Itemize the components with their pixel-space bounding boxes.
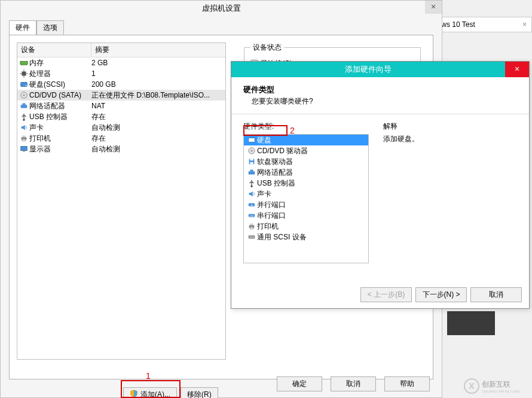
wizard-close-button[interactable]: × bbox=[505, 62, 529, 77]
svg-rect-36 bbox=[250, 224, 253, 226]
hardware-types-column: 硬件类型: 硬盘CD/DVD 驱动器软盘驱动器网络适配器USB 控制器声卡≡并行… bbox=[243, 121, 369, 263]
svg-rect-3 bbox=[26, 65, 27, 66]
wizard-header-subtitle: 您要安装哪类硬件? bbox=[252, 96, 517, 107]
svg-text:oIo: oIo bbox=[250, 214, 254, 217]
hardware-type-item[interactable]: 硬盘 bbox=[244, 135, 368, 145]
logo-mark-icon: X bbox=[464, 378, 479, 394]
svg-rect-2 bbox=[23, 65, 25, 66]
device-column-header[interactable]: 设备 bbox=[17, 43, 91, 57]
device-name: USB 控制器 bbox=[29, 112, 91, 122]
hardware-types-list[interactable]: 硬盘CD/DVD 驱动器软盘驱动器网络适配器USB 控制器声卡≡并行端口oIo串… bbox=[243, 134, 369, 263]
device-row[interactable]: 网络适配器NAT bbox=[17, 101, 225, 111]
hardware-types-label: 硬件类型: bbox=[243, 121, 369, 132]
tab-hardware[interactable]: 硬件 bbox=[9, 20, 36, 35]
device-name: 显示器 bbox=[29, 144, 91, 154]
svg-point-40 bbox=[251, 236, 252, 238]
hardware-type-item[interactable]: 打印机 bbox=[244, 221, 368, 232]
svg-point-22 bbox=[253, 141, 255, 142]
hardware-type-item[interactable]: CD/DVD 驱动器 bbox=[244, 145, 368, 156]
annotation-label-1: 1 bbox=[146, 371, 151, 381]
disk-icon bbox=[19, 80, 29, 89]
wizard-body: 硬件类型: 硬盘CD/DVD 驱动器软盘驱动器网络适配器USB 控制器声卡≡并行… bbox=[231, 114, 529, 271]
hardware-type-label: 网络适配器 bbox=[257, 168, 293, 178]
hardware-type-label: 通用 SCSI 设备 bbox=[257, 232, 307, 242]
svg-rect-14 bbox=[22, 104, 25, 105]
logo-text-main: 创新互联 bbox=[482, 379, 519, 390]
wizard-title-text: 添加硬件向导 bbox=[231, 64, 505, 75]
wizard-title-bar[interactable]: 添加硬件向导 × bbox=[231, 62, 529, 77]
add-remove-buttons: 添加(A)... 移除(R) bbox=[123, 387, 234, 398]
device-name: CD/DVD (SATA) bbox=[29, 91, 91, 99]
add-button[interactable]: 添加(A)... bbox=[123, 387, 177, 398]
watermark-logo: X 创新互联 CHUANG XIN HU LIAN bbox=[464, 376, 530, 396]
cpu-icon bbox=[19, 69, 29, 78]
hardware-type-label: 硬盘 bbox=[257, 135, 271, 145]
device-row[interactable]: USB 控制器存在 bbox=[17, 111, 225, 122]
wizard-cancel-button[interactable]: 取消 bbox=[470, 287, 522, 302]
hardware-type-item[interactable]: 声卡 bbox=[244, 189, 368, 199]
hardware-type-label: CD/DVD 驱动器 bbox=[257, 146, 308, 156]
svg-point-30 bbox=[250, 186, 253, 188]
next-button[interactable]: 下一步(N) > bbox=[415, 287, 467, 302]
sound-icon bbox=[246, 190, 257, 198]
hardware-type-label: 打印机 bbox=[257, 221, 279, 232]
printer-icon bbox=[19, 134, 29, 142]
settings-dialog-title-text: 虚拟机设置 bbox=[202, 4, 241, 13]
wizard-header: 硬件类型 您要安装哪类硬件? bbox=[231, 77, 529, 114]
remove-button[interactable]: 移除(R) bbox=[181, 387, 218, 398]
summary-column-header[interactable]: 摘要 bbox=[91, 43, 225, 57]
background-tab[interactable]: lows 10 Test × bbox=[430, 17, 532, 32]
settings-tab-strip: 硬件 选项 bbox=[9, 20, 442, 35]
svg-rect-19 bbox=[21, 147, 27, 151]
memory-icon bbox=[19, 59, 29, 67]
hardware-type-item[interactable]: 通用 SCSI 设备 bbox=[244, 232, 368, 242]
device-name: 打印机 bbox=[29, 133, 91, 144]
device-row[interactable]: 硬盘(SCSI)200 GB bbox=[17, 79, 225, 90]
scsi-icon bbox=[246, 233, 257, 241]
floppy-icon bbox=[246, 157, 257, 166]
cd-icon bbox=[246, 147, 257, 155]
svg-rect-0 bbox=[20, 61, 27, 64]
settings-dialog-close-button[interactable]: × bbox=[425, 1, 442, 14]
svg-point-41 bbox=[253, 236, 254, 238]
svg-rect-28 bbox=[249, 171, 255, 174]
hardware-type-item[interactable]: USB 控制器 bbox=[244, 178, 368, 189]
device-summary: 存在 bbox=[91, 112, 224, 122]
hardware-type-item[interactable]: 软盘驱动器 bbox=[244, 156, 368, 167]
device-summary: NAT bbox=[91, 102, 224, 110]
explanation-label: 解释 bbox=[383, 121, 517, 132]
device-row[interactable]: 打印机存在 bbox=[17, 133, 225, 144]
net-icon bbox=[19, 102, 29, 110]
svg-rect-26 bbox=[250, 159, 253, 161]
svg-rect-4 bbox=[22, 72, 26, 76]
wizard-header-title: 硬件类型 bbox=[243, 84, 517, 95]
svg-point-24 bbox=[251, 150, 253, 152]
svg-point-39 bbox=[250, 236, 251, 238]
usb-icon bbox=[246, 179, 257, 187]
device-row[interactable]: 显示器自动检测 bbox=[17, 144, 225, 154]
hardware-type-item[interactable]: ≡并行端口 bbox=[244, 199, 368, 210]
svg-rect-1 bbox=[22, 65, 23, 66]
svg-rect-18 bbox=[22, 139, 25, 141]
device-row[interactable]: CD/DVD (SATA)正在使用文件 D:\B08.Template\ISO.… bbox=[17, 90, 225, 101]
device-row[interactable]: 内存2 GB bbox=[17, 57, 225, 68]
hardware-type-item[interactable]: oIo串行端口 bbox=[244, 210, 368, 221]
svg-point-10 bbox=[26, 85, 27, 86]
background-tab-close-icon[interactable]: × bbox=[522, 20, 527, 29]
svg-point-12 bbox=[23, 95, 25, 96]
printer-icon bbox=[246, 222, 257, 230]
device-name: 处理器 bbox=[29, 69, 91, 79]
svg-text:≡: ≡ bbox=[250, 203, 252, 206]
cancel-button[interactable]: 取消 bbox=[331, 376, 376, 391]
ok-button[interactable]: 确定 bbox=[277, 376, 322, 391]
hardware-type-item[interactable]: 网络适配器 bbox=[244, 167, 368, 178]
device-list: 设备 摘要 内存2 GB处理器1硬盘(SCSI)200 GBCD/DVD (SA… bbox=[17, 42, 226, 360]
tab-options[interactable]: 选项 bbox=[36, 20, 64, 35]
svg-rect-17 bbox=[22, 136, 25, 138]
device-row[interactable]: 处理器1 bbox=[17, 68, 225, 79]
device-summary: 2 GB bbox=[91, 59, 224, 67]
device-row[interactable]: 声卡自动检测 bbox=[17, 122, 225, 133]
help-button[interactable]: 帮助 bbox=[384, 376, 430, 391]
sound-icon bbox=[19, 123, 29, 132]
shield-icon bbox=[130, 390, 138, 398]
